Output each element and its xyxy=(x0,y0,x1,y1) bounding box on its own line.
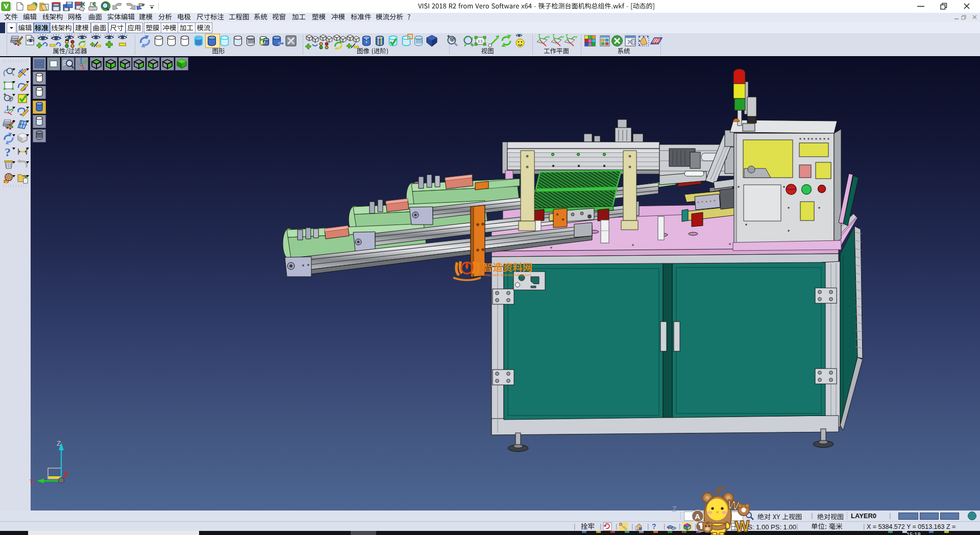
svg-text:?: ? xyxy=(5,145,11,159)
svg-text:1:1: 1:1 xyxy=(478,39,483,43)
